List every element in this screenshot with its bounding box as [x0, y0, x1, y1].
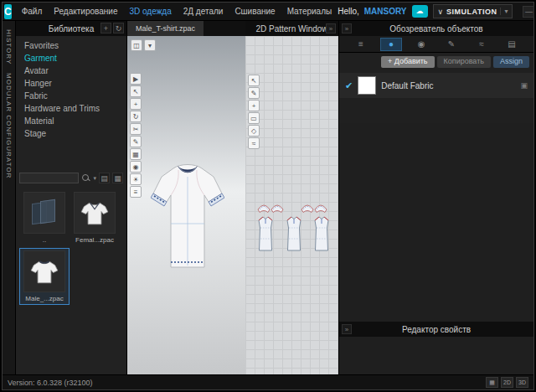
simulation-label: SIMULATION	[446, 8, 497, 16]
cloud-icon: ☁	[416, 8, 424, 15]
view-mode-caret-icon[interactable]: ▾	[144, 39, 156, 51]
fabric-list-item[interactable]: ✔ Default Fabric ▣	[339, 73, 533, 98]
trim-tab-icon[interactable]: ▤	[501, 38, 523, 51]
object-list-tab-icon[interactable]: ≡	[350, 38, 372, 51]
tshirt-3d-render[interactable]	[151, 157, 224, 282]
fabric-actions: + Добавить Копировать Assign	[339, 53, 533, 71]
2d-view-badge[interactable]: 2D	[501, 377, 513, 388]
menu-item-file[interactable]: Файл	[16, 3, 49, 21]
tree-item-material[interactable]: Material	[16, 115, 126, 127]
history-rail-tab[interactable]: HISTORY	[5, 29, 13, 64]
tree-item-fabric[interactable]: Fabric	[16, 90, 126, 102]
app-logo[interactable]: C	[4, 4, 12, 19]
username-text[interactable]: MANSORY	[364, 7, 407, 16]
render-settings-icon[interactable]: ▦	[486, 377, 498, 388]
add-fabric-button[interactable]: + Добавить	[381, 56, 435, 68]
camera-tool-icon[interactable]: ◉	[130, 161, 142, 173]
pen-tool-icon[interactable]: ✎	[130, 136, 142, 147]
garment-tab[interactable]: Male_T-shirt.zpac	[127, 21, 204, 36]
dock-arrow-icon[interactable]: »	[342, 324, 352, 334]
modular-configurator-rail-tab[interactable]: MODULAR CONFIGURATOR	[5, 73, 13, 178]
scissors-tool-icon[interactable]: ✂	[130, 123, 142, 135]
statusbar-right-cluster: ▦ 2D 3D	[486, 377, 528, 388]
move-tool-icon[interactable]: +	[130, 98, 142, 110]
grid-view-icon[interactable]: ▦	[112, 173, 123, 183]
thumbnail-label: Male_...zpac	[25, 295, 63, 302]
viewport-tab-bar: Male_T-shirt.zpac	[127, 21, 245, 36]
menubar-right-cluster: Hello, MANSORY ☁ ∨ SIMULATION ▾ — □ ×	[338, 4, 536, 18]
female-tshirt-thumbnail[interactable]: Femal...zpac	[70, 190, 119, 245]
version-text: Version: 6.0.328 (r32100)	[8, 379, 93, 387]
texture-tool-icon[interactable]: ▦	[130, 148, 142, 160]
library-panel: Библиотека + ↻ Favorites Garment Avatar …	[16, 21, 127, 374]
view-mode-icon[interactable]: ◫	[131, 39, 142, 51]
menu-item-3d-garment[interactable]: 3D одежда	[123, 3, 177, 21]
list-view-icon[interactable]: ▤	[99, 173, 110, 183]
topstitch-tab-icon[interactable]: ✎	[441, 38, 462, 51]
library-add-icon[interactable]: +	[100, 23, 111, 34]
polygon-tool-icon[interactable]: ◇	[248, 125, 260, 137]
tree-item-hanger[interactable]: Hanger	[16, 77, 126, 90]
object-browser-title: Обозреватель объектов	[389, 24, 482, 34]
menu-item-2d-pattern[interactable]: 2Д детали	[178, 3, 229, 21]
fabric-tab-icon[interactable]: ●	[380, 38, 402, 51]
assign-fabric-button[interactable]: Assign	[493, 56, 529, 68]
simulation-caret-icon: ∨	[438, 8, 444, 16]
male-tshirt-icon	[28, 255, 60, 287]
tree-item-favorites[interactable]: Favorites	[16, 39, 126, 52]
menu-item-sewing[interactable]: Сшивание	[229, 3, 281, 21]
3d-view-badge[interactable]: 3D	[516, 377, 528, 388]
chevron-down-icon: ▾	[500, 8, 508, 15]
app-window: C Файл Редактирование 3D одежда 2Д детал…	[2, 2, 534, 390]
library-tree: Favorites Garment Avatar Hanger Fabric H…	[16, 36, 126, 140]
menu-item-materials[interactable]: Материалы	[281, 3, 338, 21]
stitch-tab-icon[interactable]: ≈	[471, 38, 492, 51]
dock-arrow-icon[interactable]: »	[326, 23, 336, 34]
select-2d-tool-icon[interactable]: ↖	[248, 75, 260, 86]
fabric-options-icon[interactable]: ▣	[520, 81, 528, 90]
cloud-sync-button[interactable]: ☁	[412, 5, 428, 18]
fabric-name: Default Fabric	[381, 81, 515, 90]
add-point-tool-icon[interactable]: +	[248, 100, 260, 111]
search-icon[interactable]	[81, 173, 90, 183]
folder-up-thumbnail[interactable]: ..	[20, 190, 69, 245]
status-bar: Version: 6.0.328 (r32100) ▦ 2D 3D	[3, 374, 533, 389]
pattern-2d-panel: 2D Pattern Window » ↖ ✎ + ▭ ◇ ≈	[245, 21, 338, 374]
pattern-2d-canvas[interactable]: ↖ ✎ + ▭ ◇ ≈	[245, 36, 338, 374]
property-editor-header: » Редактор свойств	[339, 322, 533, 337]
menu-item-edit[interactable]: Редактирование	[48, 3, 123, 21]
viewport-3d: Male_T-shirt.zpac ◫ ▾ ▶ ↖ + ↻ ✂ ✎ ▦ ◉ ☀ …	[127, 21, 245, 374]
library-search-input[interactable]	[19, 173, 79, 183]
simulate-tool-icon[interactable]: ▶	[130, 73, 142, 85]
select-tool-icon[interactable]: ↖	[130, 85, 142, 97]
property-editor-title: Редактор свойств	[402, 325, 471, 334]
object-browser-tabs: ≡ ● ◉ ✎ ≈ ▤	[339, 36, 533, 53]
menu-tool-icon[interactable]: ≡	[130, 186, 142, 198]
dock-arrow-icon[interactable]: »	[342, 23, 352, 34]
light-tool-icon[interactable]: ☀	[130, 173, 142, 185]
object-browser-header: » Обозреватель объектов	[339, 21, 533, 36]
viewport-3d-canvas[interactable]: ◫ ▾ ▶ ↖ + ↻ ✂ ✎ ▦ ◉ ☀ ≡	[127, 36, 245, 374]
library-thumbnails: .. Femal...zpac Male_...	[19, 188, 125, 306]
rectangle-tool-icon[interactable]: ▭	[248, 112, 260, 124]
fabric-swatch[interactable]	[358, 76, 376, 95]
button-tab-icon[interactable]: ◉	[410, 38, 432, 51]
tree-item-garment[interactable]: Garment	[16, 52, 126, 64]
search-caret-icon[interactable]: ▾	[93, 175, 96, 182]
copy-fabric-button[interactable]: Копировать	[437, 56, 491, 68]
female-tshirt-preview	[74, 192, 116, 234]
tree-item-hardware-and-trims[interactable]: Hardware and Trims	[16, 102, 126, 115]
thumbnail-label: ..	[43, 236, 46, 244]
library-refresh-icon[interactable]: ↻	[113, 23, 124, 34]
male-tshirt-thumbnail[interactable]: Male_...zpac	[20, 249, 69, 304]
minimize-button[interactable]: —	[523, 6, 534, 18]
pattern-pieces-svg[interactable]	[255, 200, 332, 255]
tree-item-stage[interactable]: Stage	[16, 127, 126, 140]
rotate-tool-icon[interactable]: ↻	[130, 111, 142, 122]
sewing-tool-icon[interactable]: ≈	[248, 137, 260, 149]
pattern-2d-title: 2D Pattern Window	[255, 24, 327, 34]
tree-item-avatar[interactable]: Avatar	[16, 64, 126, 77]
menu-bar: C Файл Редактирование 3D одежда 2Д детал…	[3, 3, 533, 21]
edit-pattern-tool-icon[interactable]: ✎	[248, 87, 260, 99]
simulation-dropdown[interactable]: ∨ SIMULATION ▾	[433, 4, 513, 18]
